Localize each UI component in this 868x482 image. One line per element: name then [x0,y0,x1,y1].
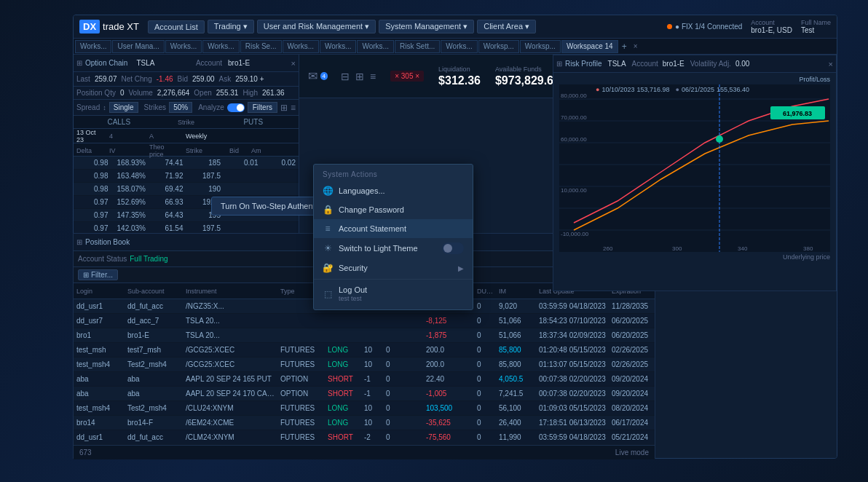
filters-button[interactable]: Filters [248,102,277,113]
svg-text:-10,000.00: -10,000.00 [561,231,589,237]
spread-label: Spread [76,103,100,111]
type-3: FUTURES [277,346,325,354]
unrealp-4: 0 [383,360,423,368]
theo-5: 61.54 [149,224,186,232]
logo-text: trade XT [103,21,139,32]
trading-button[interactable]: Trading ▾ [208,20,254,33]
expiration-0: 11/28/2035 [609,302,674,310]
dir-6: SHORT [325,390,361,398]
risk-panel-close[interactable]: × [829,60,833,68]
ws-tab-1[interactable]: Works... [75,40,111,53]
filter-button[interactable]: ⊞ Filter... [78,269,118,280]
svg-text:60,000.00: 60,000.00 [561,136,587,143]
dropdown-divider [314,279,473,280]
light-theme-item[interactable]: ☀ Switch to Light Theme [314,238,473,258]
spread-icon[interactable]: ↕ [103,104,106,111]
login-5: aba [74,375,125,383]
ws-tab-5[interactable]: Risk Se... [240,40,282,53]
ws-tab-8[interactable]: Works... [357,40,393,53]
expiration-4: 02/26/2025 [609,360,674,368]
unrealp-3: 0 [383,346,423,354]
ws-tab-10[interactable]: Works... [441,40,477,53]
ws-tab-add[interactable]: + [619,40,630,53]
connection-text: ● FIX 1/4 Connected [675,23,742,31]
type-9: FUTURES [277,433,325,441]
theo-1: 71.92 [149,172,186,180]
login-6: aba [74,390,125,398]
view-icon[interactable]: ⊞ [280,103,288,113]
legend-item-1: ● 10/10/2023 153,716.98 [596,86,670,93]
high-value: 261.36 [262,89,285,97]
account-list-button[interactable]: Account List [148,20,205,33]
ws-tab-3[interactable]: Works... [165,40,202,53]
col-instrument: Instrument [183,288,277,295]
risk-profile-panel: ⊞ Risk Profile TSLA Account bro1-E Volat… [553,55,837,291]
light-theme-toggle[interactable] [442,242,464,254]
ws-tab-6[interactable]: Works... [283,40,319,53]
login-8: bro14 [74,419,125,427]
ws-close[interactable]: × [631,42,641,50]
bid-header: Bid [226,147,248,154]
instrument-4: /GCG25:XCEC [183,360,277,368]
im-9: 11,990 [496,433,536,441]
ws-tab-9[interactable]: Risk Sett... [395,40,440,53]
summary-icons: ✉ 4 ⊟ ⊞ ≡ [308,69,376,83]
logout-item[interactable]: ⬚ Log Out test test [314,281,473,307]
pos-icon: ⊞ [76,238,82,246]
im-5: 4,050.5 [496,375,536,383]
pos-row-8: bro14 bro14-F /6EM24:XCME FUTURES LONG 1… [74,416,655,430]
connection-indicator: ● FIX 1/4 Connected [667,23,742,31]
svg-text:61,976.83: 61,976.83 [783,110,812,117]
pos-count: 673 [79,449,92,457]
instrument-0: /NGZ35:X... [183,302,277,310]
svg-point-14 [716,135,723,143]
pos-row-2: bro1 bro1-E TSLA 20... -1,875 0 51,066 1… [74,328,655,343]
option-row-1: 0.98163.48%71.92187.5 [74,170,299,183]
languages-item[interactable]: 🌐 Languages... [314,181,473,200]
client-area-button[interactable]: Client Area ▾ [477,20,536,33]
ws-tab-13[interactable]: Workspace 14 [561,40,618,53]
mail-icon[interactable]: ✉ [308,69,317,83]
real-pl-2: -1,875 [423,331,474,339]
layout-icon[interactable]: ⊞ [355,71,364,82]
sun-icon: ☀ [323,243,333,253]
option-chain-close[interactable]: × [291,59,296,68]
ws-tab-11[interactable]: Worksp... [478,40,519,53]
languages-label: Languages... [339,186,385,195]
type-4: FUTURES [277,360,325,368]
sub-6: aba [125,390,183,398]
dupl-0: 0 [474,302,496,310]
lastupdate-1: 18:54:23 07/10/2023 [536,317,609,325]
dir-8: LONG [325,419,361,427]
system-management-button[interactable]: System Management ▾ [379,20,474,33]
fullname-label: Full Name [801,19,831,26]
iv-5: 142.03% [111,224,149,232]
single-button[interactable]: Single [109,102,138,113]
ws-tab-7[interactable]: Works... [320,40,356,53]
strikes-button[interactable]: 50% [169,102,192,113]
lastupdate-4: 01:13:07 05/15/2023 [536,360,609,368]
lock-icon: 🔒 [323,205,333,215]
menu-icon[interactable]: ≡ [370,71,376,82]
account-statement-item[interactable]: ≡ Account Statement [314,219,473,238]
analyze-toggle[interactable] [227,103,245,112]
col-dupl: DUPL [474,288,496,295]
iv-1: 163.48% [111,172,149,180]
pos-account-label: Account Status [78,255,127,263]
grid-icon[interactable]: ⊟ [341,71,350,82]
ws-tab-4[interactable]: Works... [202,40,239,53]
ws-tab-2[interactable]: User Mana... [112,40,164,53]
account-value: bro1-E, USD [751,26,792,34]
ws-tab-12[interactable]: Worksp... [520,40,561,53]
user-risk-button[interactable]: User and Risk Management ▾ [257,20,376,33]
svg-text:70,000.00: 70,000.00 [561,114,587,121]
instrument-1: TSLA 20... [183,317,277,325]
list-icon[interactable]: ≡ [291,103,296,113]
volatility-value: 0.00 [735,60,749,68]
open-value: 255.31 [216,89,239,97]
type-5: OPTION [277,375,325,383]
delta-3: 0.97 [74,198,111,206]
change-password-item[interactable]: 🔒 Change Password [314,200,473,219]
lastupdate-9: 03:59:59 04/18/2023 [536,433,609,441]
security-item[interactable]: 🔐 Security ▶ [314,258,473,277]
